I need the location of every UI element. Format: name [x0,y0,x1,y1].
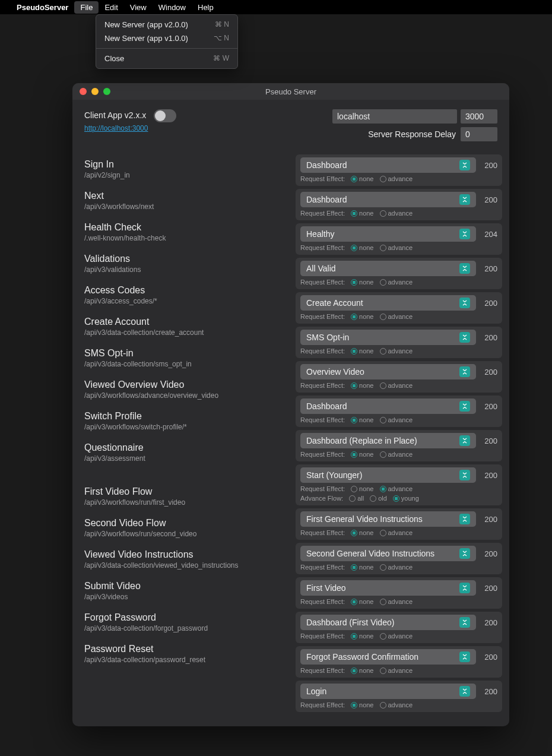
effect-radio-none[interactable]: none [351,529,373,536]
effect-radio-advance[interactable]: advance [380,485,413,492]
select-value: Healthy [306,229,334,239]
route-item[interactable]: Password Reset/api/v3/data-collection/pa… [84,644,286,664]
menu-item-new-server-0[interactable]: New Server (app v2.0.0)⌘ N [96,18,237,31]
route-item[interactable]: Create Account/api/v3/data-collection/cr… [84,317,286,337]
radio-label: none [359,701,373,708]
route-item[interactable]: Health Check/.well-known/health-check [84,222,286,242]
effect-radio-advance[interactable]: advance [380,175,413,182]
effect-radio-none[interactable]: none [351,667,373,674]
effect-radio-none[interactable]: none [351,564,373,571]
radio-label: none [359,416,373,423]
effect-radio-none[interactable]: none [351,210,373,217]
route-item[interactable]: Next/api/v3/workflows/next [84,191,286,211]
radio-label: old [378,495,387,502]
flow-radio-all[interactable]: all [349,495,364,502]
radio-icon [351,599,357,605]
client-link[interactable]: http://localhost:3000 [84,124,148,132]
response-select[interactable]: Dashboard [300,157,476,173]
response-select[interactable]: First General Video Instructions [300,511,476,527]
effect-radio-none[interactable]: none [351,279,373,286]
response-select[interactable]: Dashboard (Replace in Place) [300,433,476,448]
menu-item-close[interactable]: Close ⌘ W [96,52,237,65]
effect-radio-advance[interactable]: advance [380,632,413,640]
menubar-item-file[interactable]: File [74,1,99,14]
status-code: 200 [481,549,497,558]
response-select[interactable]: Create Account [300,295,476,311]
route-item[interactable]: Validations/api/v3/validations [84,254,286,274]
effect-radio-advance[interactable]: advance [380,244,413,251]
effect-radio-none[interactable]: none [351,382,373,389]
effect-radio-none[interactable]: none [351,451,373,458]
effect-radio-advance[interactable]: advance [380,347,413,355]
effect-radio-none[interactable]: none [351,632,373,640]
flow-radio-young[interactable]: young [393,495,419,502]
effect-radio-advance[interactable]: advance [380,701,413,708]
response-select[interactable]: Second General Video Instructions [300,546,476,561]
response-select[interactable]: Dashboard (First Video) [300,615,476,630]
response-select[interactable]: SMS Opt-in [300,330,476,345]
response-select[interactable]: First Video [300,580,476,596]
route-title: First Video Flow [84,486,286,497]
menubar-item-window[interactable]: Window [153,1,192,14]
client-toggle[interactable] [154,109,176,122]
effect-radio-advance[interactable]: advance [380,529,413,536]
request-effect-label: Request Effect: [300,382,345,389]
menubar-item-help[interactable]: Help [192,1,220,14]
effect-radio-none[interactable]: none [351,598,373,605]
menubar-app-name[interactable]: PseudoServer [17,3,68,12]
flow-radio-old[interactable]: old [370,495,387,502]
response-select[interactable]: Start (Younger) [300,467,476,483]
response-select[interactable]: Healthy [300,226,476,242]
route-item[interactable]: Questionnaire/api/v3/assessment [84,442,286,463]
route-item[interactable]: Forgot Password/api/v3/data-collection/f… [84,612,286,632]
route-item[interactable]: First Video Flow/api/v3/workflows/run/fi… [84,486,286,507]
window-title: Pseudo Server [72,87,509,96]
response-select[interactable]: Dashboard [300,192,476,207]
response-card: Forgot Password Confirmation 200 Request… [296,646,502,678]
effect-radio-none[interactable]: none [351,244,373,251]
route-item[interactable]: SMS Opt-in/api/v3/data-collection/sms_op… [84,348,286,368]
effect-radio-advance[interactable]: advance [380,598,413,605]
chevron-updown-icon [459,435,470,446]
effect-radio-advance[interactable]: advance [380,313,413,320]
menubar-item-edit[interactable]: Edit [99,1,123,14]
effect-radio-advance[interactable]: advance [380,416,413,423]
response-select[interactable]: Overview Video [300,364,476,379]
response-select[interactable]: Dashboard [300,398,476,414]
route-item[interactable]: Viewed Overview Video/api/v3/workflows/a… [84,379,286,400]
route-item[interactable]: Viewed Video Instructions/api/v3/data-co… [84,549,286,570]
delay-input[interactable] [461,127,497,141]
effect-radio-none[interactable]: none [351,347,373,355]
radio-icon [351,210,357,217]
route-item[interactable]: Access Codes/api/v3/access_codes/* [84,285,286,305]
effect-radio-none[interactable]: none [351,175,373,182]
effect-radio-none[interactable]: none [351,313,373,320]
route-item[interactable]: Switch Profile/api/v3/workflows/switch-p… [84,411,286,431]
effect-radio-none[interactable]: none [351,416,373,423]
route-item[interactable]: Submit Video/api/v3/videos [84,581,286,601]
effect-radio-advance[interactable]: advance [380,279,413,286]
effect-radio-advance[interactable]: advance [380,667,413,674]
response-select[interactable]: Forgot Password Confirmation [300,649,476,665]
host-input[interactable] [332,109,457,124]
route-path: /api/v3/data-collection/password_reset [84,656,286,664]
request-effect-label: Request Effect: [300,598,345,605]
effect-radio-none[interactable]: none [351,701,373,708]
port-input[interactable] [461,109,497,124]
route-path: /api/v3/access_codes/* [84,297,286,305]
titlebar[interactable]: Pseudo Server [72,83,509,100]
menu-item-new-server-1[interactable]: New Server (app v1.0.0)⌥ N [96,31,237,45]
route-item[interactable]: Sign In/api/v2/sign_in [84,159,286,179]
route-path: /api/v3/data-collection/sms_opt_in [84,360,286,368]
effect-radio-advance[interactable]: advance [380,210,413,217]
effect-radio-advance[interactable]: advance [380,564,413,571]
chevron-updown-icon [459,160,470,170]
route-item[interactable]: Second Video Flow/api/v3/workflows/run/s… [84,518,286,538]
radio-icon [380,633,386,640]
effect-radio-advance[interactable]: advance [380,382,413,389]
effect-radio-none[interactable]: none [351,485,373,492]
effect-radio-advance[interactable]: advance [380,451,413,458]
menubar-item-view[interactable]: View [124,1,153,14]
response-select[interactable]: Login [300,684,476,699]
response-select[interactable]: All Valid [300,261,476,276]
